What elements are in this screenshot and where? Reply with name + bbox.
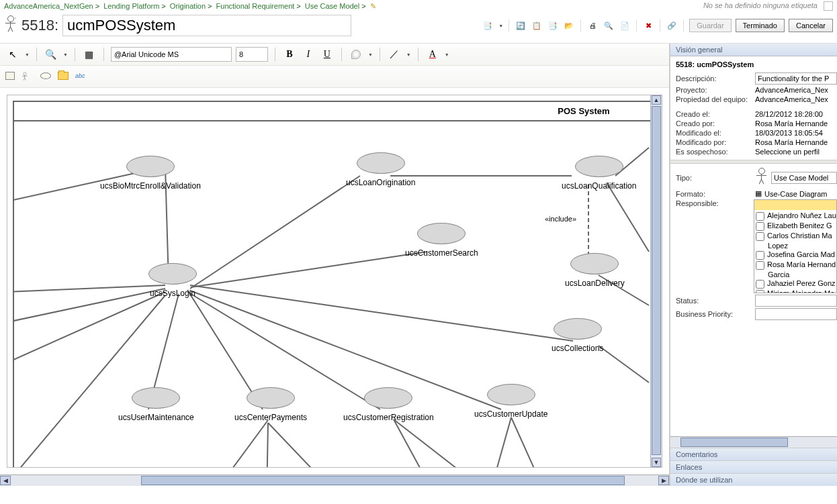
usecase-usermaint[interactable]: ucsUserMaintenance xyxy=(118,387,194,422)
type-icon xyxy=(755,168,768,188)
action-toolbar: 📑▼ 🔄 📋 📑 📂 🖨 🔍 📄 ✖ 🔗 Guardar Terminado C… xyxy=(482,19,833,32)
refresh-icon[interactable]: 🔄 xyxy=(515,19,527,32)
usecase-loanqual[interactable]: ucsLoanQualification xyxy=(562,156,636,191)
item-name-input[interactable] xyxy=(62,15,351,36)
overview-header: Visión general xyxy=(670,44,837,56)
usecase-custreg[interactable]: ucsCustomerRegistration xyxy=(343,387,434,422)
suspect-value: Seleccione un perfil xyxy=(755,148,837,156)
duplicate-icon[interactable]: 📑 xyxy=(547,19,559,32)
svg-line-1 xyxy=(14,285,165,292)
export-icon[interactable]: 📑 xyxy=(482,19,494,32)
overview-panel: Visión general 5518: ucmPOSSystem Descri… xyxy=(669,44,837,486)
canvas-h-scrollbar[interactable]: ◀ ▶ xyxy=(0,474,669,486)
tab-comments[interactable]: Comentarios xyxy=(670,448,837,460)
shape-toolbar: abc xyxy=(0,66,669,88)
crumb-3[interactable]: Functional Requirement xyxy=(216,2,295,10)
rect-shape-icon[interactable] xyxy=(5,72,15,80)
doc-icon[interactable]: 📄 xyxy=(619,19,631,32)
svg-line-21 xyxy=(607,183,649,252)
line-style-button[interactable]: ／ xyxy=(387,47,402,62)
team-value: AdvanceAmerica_Nex xyxy=(755,95,837,103)
svg-line-24 xyxy=(599,346,649,383)
crumb-0[interactable]: AdvanceAmerica_NextGen xyxy=(4,2,93,10)
usecase-loandel[interactable]: ucsLoanDelivery xyxy=(565,253,625,288)
tab-links[interactable]: Enlaces xyxy=(670,460,837,473)
save-button: Guardar xyxy=(689,19,731,32)
status-input[interactable] xyxy=(755,295,837,307)
text-shape-icon[interactable]: abc xyxy=(75,72,85,79)
created-value: 28/12/2012 18:28:00 xyxy=(755,110,837,118)
svg-line-2 xyxy=(14,289,165,322)
modifiedby-value: Rosa María Hernande xyxy=(755,138,837,146)
pencil-icon: ✎ xyxy=(370,2,376,10)
no-label-text: No se ha definido ninguna etiqueta xyxy=(703,1,818,9)
move-icon[interactable]: 📂 xyxy=(563,19,575,32)
project-value: AdvanceAmerica_Nex xyxy=(755,86,837,94)
usecase-collections[interactable]: ucsCollections xyxy=(552,318,603,353)
svg-line-6 xyxy=(190,176,360,289)
usecase-shape-icon[interactable] xyxy=(40,72,51,79)
usecase-model-icon: ◦ xyxy=(4,15,17,36)
delete-icon[interactable]: ✖ xyxy=(642,19,654,32)
tag-icon[interactable] xyxy=(824,1,833,11)
zoom-tool-icon[interactable]: 🔍 xyxy=(44,47,58,62)
link-icon[interactable]: 🔗 xyxy=(666,19,678,32)
done-button[interactable]: Terminado xyxy=(736,19,785,32)
actor-shape-icon[interactable] xyxy=(21,72,26,80)
font-size-select[interactable] xyxy=(236,47,268,62)
grid-icon[interactable]: ▦ xyxy=(82,47,97,62)
usecase-custupd[interactable]: ucsCustomerUpdate xyxy=(474,384,547,419)
usecase-syslogin[interactable]: ucsSysLogin xyxy=(148,263,197,298)
crumb-4[interactable]: Use Case Model xyxy=(305,2,359,10)
diagram-boundary[interactable]: POS System xyxy=(13,101,662,468)
svg-line-20 xyxy=(511,417,565,468)
format-value: Use-Case Diagram xyxy=(764,190,837,198)
format-icon: ▦ xyxy=(755,189,762,198)
priority-input[interactable] xyxy=(755,308,837,320)
fill-color-button[interactable] xyxy=(349,47,363,62)
editor-toolbar: ↖▼ 🔍▼ ▦ B I U ▼ ／▼ A▼ xyxy=(0,44,669,66)
diagram-title: POS System xyxy=(14,102,662,121)
svg-line-15 xyxy=(268,423,377,468)
svg-line-3 xyxy=(14,292,165,362)
svg-line-10 xyxy=(191,252,427,287)
tab-where-used[interactable]: Dónde se utilizan xyxy=(670,473,837,486)
createdby-value: Rosa María Hernande xyxy=(755,119,837,128)
pointer-tool-icon[interactable]: ↖ xyxy=(5,47,20,62)
modified-value: 18/03/2013 18:05:54 xyxy=(755,129,837,137)
find-icon[interactable]: 🔍 xyxy=(603,19,615,32)
title-row: ◦ 5518: 📑▼ 🔄 📋 📑 📂 🖨 🔍 📄 ✖ 🔗 Guardar Ter… xyxy=(0,12,837,43)
canvas-area: ↖▼ 🔍▼ ▦ B I U ▼ ／▼ A▼ abc xyxy=(0,44,669,486)
usecase-bio[interactable]: ucsBioMtrcEnroll&Validation xyxy=(100,156,201,191)
breadcrumb-path[interactable]: AdvanceAmerica_NextGen> Lending Platform… xyxy=(4,2,376,11)
responsible-list[interactable]: Alejandro Nuñez Lau Elizabeth Benitez G … xyxy=(754,199,837,293)
panel-h-scrollbar[interactable] xyxy=(670,436,837,448)
package-shape-icon[interactable] xyxy=(58,72,69,80)
usecase-loanorig[interactable]: ucsLoanOrigination xyxy=(346,152,415,187)
italic-button[interactable]: I xyxy=(301,47,316,62)
usecase-centerpay[interactable]: ucsCenterPayments xyxy=(234,387,307,422)
copy-icon[interactable]: 📋 xyxy=(531,19,543,32)
diagram-canvas-scroll[interactable]: POS System xyxy=(7,95,662,468)
svg-line-4 xyxy=(14,295,165,468)
desc-input[interactable] xyxy=(755,72,837,85)
svg-line-19 xyxy=(478,417,511,468)
bold-button[interactable]: B xyxy=(282,47,297,62)
text-color-button[interactable]: A xyxy=(425,47,440,62)
print-icon[interactable]: 🖨 xyxy=(586,19,599,32)
usecase-custsearch[interactable]: ucsCustomerSearch xyxy=(405,223,478,258)
overview-title: 5518: ucmPOSSystem xyxy=(676,60,837,68)
canvas-v-scrollbar[interactable]: ▲ ▼ xyxy=(650,95,662,467)
breadcrumb-bar: AdvanceAmerica_NextGen> Lending Platform… xyxy=(0,0,837,12)
crumb-2[interactable]: Origination xyxy=(170,2,206,10)
font-select[interactable] xyxy=(111,47,232,62)
crumb-1[interactable]: Lending Platform xyxy=(103,2,159,10)
item-id: 5518: xyxy=(21,17,58,34)
type-input[interactable] xyxy=(771,172,837,184)
underline-button[interactable]: U xyxy=(320,47,335,62)
include-label: «include» xyxy=(545,215,576,223)
svg-line-13 xyxy=(182,420,268,468)
svg-line-14 xyxy=(266,423,268,468)
cancel-button[interactable]: Cancelar xyxy=(789,19,833,32)
